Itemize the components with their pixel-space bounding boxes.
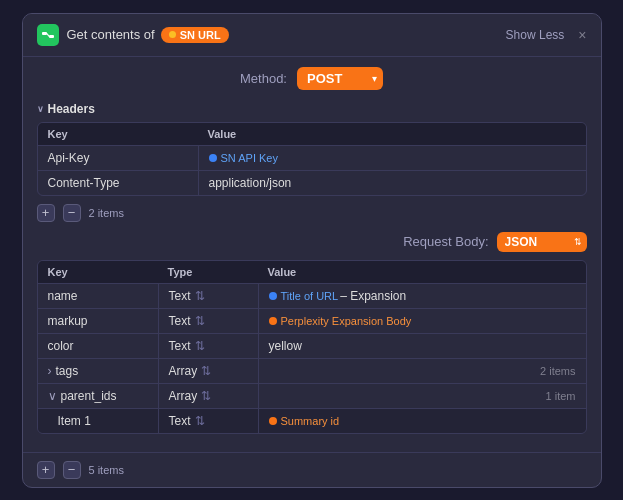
api-key-cell: Api-Key [38,146,198,170]
table-row: › tags Array ⇅ 2 items [38,359,586,384]
table-row: Api-Key SN API Key [38,146,586,171]
tags-value: 2 items [258,359,586,383]
request-body-row: Request Body: JSON Form Data Raw [37,232,587,252]
parent-ids-type: Array ⇅ [158,384,258,408]
name-key: name [38,284,158,308]
method-row: Method: POST GET PUT DELETE [37,67,587,90]
summary-id-badge: Summary id [269,415,340,427]
method-label: Method: [240,71,287,86]
request-body-label: Request Body: [37,234,489,249]
table-row: Item 1 Text ⇅ Summary id [38,409,586,433]
color-key: color [38,334,158,358]
tags-chevron-icon: › [48,364,52,378]
parent-ids-count: 1 item [546,390,576,402]
badge-text: SN URL [180,29,221,41]
sn-badge: SN URL [161,27,229,43]
add-header-button[interactable]: + [37,204,55,222]
headers-value-col: Value [198,123,586,145]
tags-count: 2 items [540,365,575,377]
parent-ids-chevron-icon: ∨ [48,389,57,403]
title-url-badge: Title of URL [269,290,339,302]
blue-dot-icon [209,154,217,162]
orange-dot-icon [269,317,277,325]
tags-type: Array ⇅ [158,359,258,383]
panel: Get contents of SN URL Show Less × Metho… [22,13,602,488]
remove-header-button[interactable]: − [63,204,81,222]
body-table-header: Key Type Value [38,261,586,284]
parent-ids-key[interactable]: ∨ parent_ids [38,384,158,408]
panel-header: Get contents of SN URL Show Less × [23,14,601,57]
item1-type: Text ⇅ [158,409,258,433]
api-key-value-cell: SN API Key [198,146,586,170]
body-format-select[interactable]: JSON Form Data Raw [497,232,587,252]
svg-rect-1 [49,35,54,38]
title-url-link[interactable]: Title of URL [281,290,339,302]
summary-id-link[interactable]: Summary id [281,415,340,427]
perplexity-badge: Perplexity Expansion Body [269,315,412,327]
orange-dot-icon [269,417,277,425]
headers-count: 2 items [89,207,124,219]
footer-items-count: 5 items [89,464,124,476]
content-type-cell: Content-Type [38,171,198,195]
close-button[interactable]: × [578,27,586,43]
body-table: Key Type Value name Text ⇅ Title of URL … [37,260,587,434]
type-arrow-icon: ⇅ [201,389,211,403]
color-type: Text ⇅ [158,334,258,358]
perplexity-link[interactable]: Perplexity Expansion Body [281,315,412,327]
type-arrow-icon: ⇅ [201,364,211,378]
markup-key: markup [38,309,158,333]
headers-key-col: Key [38,123,198,145]
table-row: name Text ⇅ Title of URL – Expansion [38,284,586,309]
type-arrow-icon: ⇅ [195,339,205,353]
headers-label: Headers [48,102,95,116]
table-row: ∨ parent_ids Array ⇅ 1 item [38,384,586,409]
parent-ids-value: 1 item [258,384,586,408]
panel-body: Method: POST GET PUT DELETE ∨ Headers Ke… [23,57,601,452]
panel-footer: + − 5 items [23,452,601,487]
sn-dot [169,31,176,38]
color-value: yellow [258,334,586,358]
headers-controls: + − 2 items [37,204,587,222]
body-type-col: Type [158,261,258,283]
markup-type: Text ⇅ [158,309,258,333]
type-arrow-icon: ⇅ [195,314,205,328]
type-arrow-icon: ⇅ [195,289,205,303]
body-key-col: Key [38,261,158,283]
method-select-wrapper: POST GET PUT DELETE [297,67,383,90]
blue-dot-icon [269,292,277,300]
table-row: color Text ⇅ yellow [38,334,586,359]
headers-table-header: Key Value [38,123,586,146]
tags-key[interactable]: › tags [38,359,158,383]
add-body-field-button[interactable]: + [37,461,55,479]
svg-rect-0 [42,32,47,35]
type-arrow-icon: ⇅ [195,414,205,428]
headers-section-label: ∨ Headers [37,102,587,116]
sn-api-key-badge: SN API Key [209,152,278,164]
table-row: markup Text ⇅ Perplexity Expansion Body [38,309,586,334]
method-select[interactable]: POST GET PUT DELETE [297,67,383,90]
body-value-col: Value [258,261,586,283]
json-select-wrapper: JSON Form Data Raw [497,232,587,252]
title-text: Get contents of [67,27,155,42]
markup-value: Perplexity Expansion Body [258,309,586,333]
remove-body-field-button[interactable]: − [63,461,81,479]
show-less-button[interactable]: Show Less [506,28,565,42]
chevron-icon: ∨ [37,104,44,114]
headers-table: Key Value Api-Key SN API Key Content-Typ… [37,122,587,196]
content-type-value-cell: application/json [198,171,586,195]
item1-key: Item 1 [38,409,158,433]
app-icon [37,24,59,46]
name-type: Text ⇅ [158,284,258,308]
table-row: Content-Type application/json [38,171,586,195]
name-value: Title of URL – Expansion [258,284,586,308]
header-title: Get contents of SN URL [67,27,498,43]
item1-value: Summary id [258,409,586,433]
api-key-link[interactable]: SN API Key [221,152,278,164]
